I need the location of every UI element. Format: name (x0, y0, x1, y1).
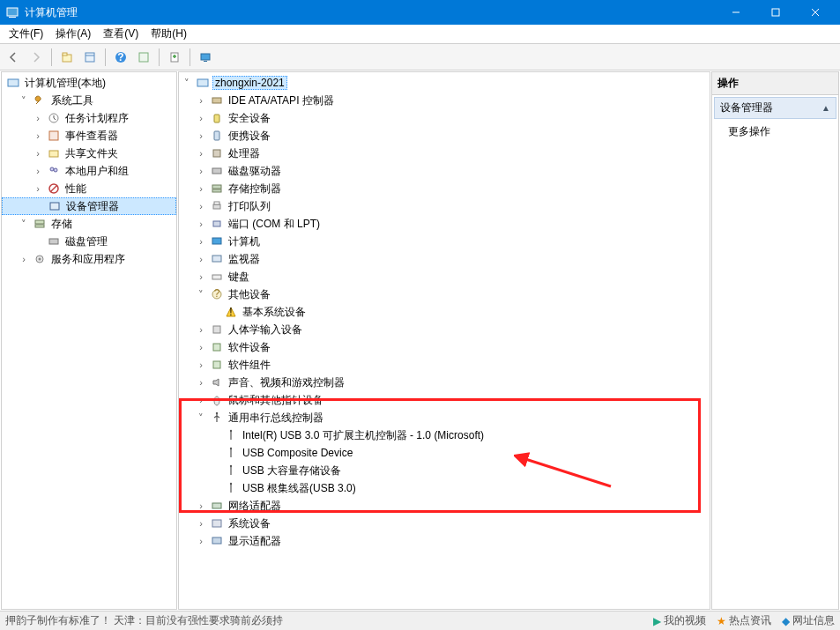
expand-icon[interactable]: › (195, 254, 207, 264)
menu-view[interactable]: 查看(V) (98, 25, 144, 43)
toolbar-forward[interactable] (26, 48, 46, 67)
expand-icon[interactable]: › (195, 500, 207, 511)
expand-icon[interactable]: › (32, 130, 44, 141)
left-tree-pane: 计算机管理(本地) ˅系统工具 ›任务计划程序 ›事件查看器 ›共享文件夹 ›本… (1, 71, 177, 610)
expand-icon[interactable]: › (195, 342, 207, 352)
menu-help[interactable]: 帮助(H) (145, 25, 192, 43)
expand-icon[interactable]: › (195, 518, 207, 529)
svg-point-52 (214, 397, 219, 405)
device-security[interactable]: ›安全设备 (179, 109, 710, 127)
expand-icon[interactable]: › (32, 183, 44, 194)
device-ports[interactable]: ›端口 (COM 和 LPT) (179, 215, 710, 233)
tree-root-computer-management[interactable]: 计算机管理(本地) (2, 74, 176, 92)
expand-icon[interactable]: › (195, 236, 207, 247)
device-softdev[interactable]: ›软件设备 (179, 338, 710, 356)
collapse-icon[interactable]: ˅ (181, 78, 193, 89)
menu-file[interactable]: 文件(F) (4, 25, 48, 43)
actions-more[interactable]: 更多操作 (712, 121, 838, 143)
toolbar-up[interactable] (57, 48, 77, 67)
menu-action[interactable]: 操作(A) (50, 25, 96, 43)
tree-task-scheduler[interactable]: ›任务计划程序 (2, 109, 176, 127)
collapse-icon[interactable]: ˅ (195, 289, 207, 300)
status-hotspot[interactable]: ★热点资讯 (717, 613, 771, 628)
actions-category[interactable]: 设备管理器 ▲ (714, 97, 836, 119)
expand-icon[interactable]: › (195, 201, 207, 211)
device-usb-composite[interactable]: USB Composite Device (179, 444, 710, 462)
expand-icon[interactable]: › (32, 113, 44, 123)
expand-icon[interactable]: › (195, 113, 207, 123)
device-ide[interactable]: ›IDE ATA/ATAPI 控制器 (179, 92, 710, 109)
info-icon: ◆ (782, 615, 790, 627)
device-cpu[interactable]: ›处理器 (179, 145, 710, 162)
tree-device-manager[interactable]: 设备管理器 (2, 197, 176, 215)
expand-icon[interactable]: › (195, 166, 207, 176)
device-softcomp[interactable]: ›软件组件 (179, 356, 710, 374)
status-video[interactable]: ▶我的视频 (653, 613, 706, 628)
collapse-icon[interactable]: ˅ (18, 95, 30, 107)
expand-icon[interactable]: › (195, 148, 207, 159)
device-diskdrive[interactable]: ›磁盘驱动器 (179, 162, 710, 180)
device-sound[interactable]: ›声音、视频和游戏控制器 (179, 374, 710, 391)
device-storage-controller[interactable]: ›存储控制器 (179, 180, 710, 197)
device-root[interactable]: ˅zhongxin-2021 (179, 74, 710, 92)
expand-icon[interactable]: › (195, 95, 207, 106)
usb-device-icon (224, 428, 238, 442)
device-usb[interactable]: ˅通用串行总线控制器 (179, 409, 710, 426)
device-other[interactable]: ˅?其他设备 (179, 285, 710, 303)
tree-label: 系统设备 (227, 516, 271, 531)
device-mouse[interactable]: ›鼠标和其他指针设备 (179, 391, 710, 409)
collapse-icon[interactable]: ˅ (195, 412, 207, 424)
toolbar-monitor[interactable] (196, 48, 215, 67)
toolbar-refresh[interactable] (134, 48, 153, 67)
expand-icon[interactable]: › (195, 359, 207, 370)
display-adapter-icon (210, 534, 224, 548)
performance-icon (47, 182, 61, 196)
tree-storage[interactable]: ˅存储 (2, 215, 176, 233)
expand-icon[interactable]: › (195, 130, 207, 141)
device-computer[interactable]: ›计算机 (179, 233, 710, 250)
device-hid[interactable]: ›人体学输入设备 (179, 321, 710, 338)
maximize-button[interactable] (755, 0, 795, 25)
device-usb-root-hub[interactable]: USB 根集线器(USB 3.0) (179, 479, 710, 497)
device-portable[interactable]: ›便携设备 (179, 127, 710, 145)
expand-icon[interactable]: › (195, 395, 207, 405)
device-display-adapter[interactable]: ›显示适配器 (179, 532, 710, 550)
device-network[interactable]: ›网络适配器 (179, 497, 710, 515)
device-sysdev[interactable]: ›系统设备 (179, 515, 710, 532)
expand-icon[interactable]: › (195, 324, 207, 335)
chevron-up-icon: ▲ (821, 103, 830, 113)
minimize-button[interactable] (716, 0, 755, 25)
toolbar-help[interactable]: ? (111, 48, 130, 67)
svg-rect-18 (49, 131, 58, 140)
toolbar-back[interactable] (4, 48, 23, 67)
device-basic-system[interactable]: !基本系统设备 (179, 303, 710, 321)
expand-icon[interactable]: › (195, 271, 207, 282)
device-usb-intel[interactable]: Intel(R) USB 3.0 可扩展主机控制器 - 1.0 (Microso… (179, 426, 710, 444)
tree-performance[interactable]: ›性能 (2, 180, 176, 197)
expand-icon[interactable]: › (32, 148, 44, 159)
expand-icon[interactable]: › (195, 219, 207, 229)
window-title: 计算机管理 (25, 5, 716, 20)
expand-icon[interactable]: › (18, 254, 30, 264)
tree-local-users-groups[interactable]: ›本地用户和组 (2, 162, 176, 180)
tree-services-apps[interactable]: ›服务和应用程序 (2, 250, 176, 268)
toolbar-props[interactable] (80, 48, 100, 67)
tree-event-viewer[interactable]: ›事件查看器 (2, 127, 176, 145)
tree-shared-folders[interactable]: ›共享文件夹 (2, 145, 176, 162)
tree-disk-management[interactable]: 磁盘管理 (2, 233, 176, 250)
status-url-info[interactable]: ◆网址信息 (782, 613, 835, 628)
tree-system-tools[interactable]: ˅系统工具 (2, 92, 176, 109)
device-monitor[interactable]: ›监视器 (179, 250, 710, 268)
security-icon (210, 111, 224, 125)
toolbar-export[interactable] (165, 48, 184, 67)
expand-icon[interactable]: › (195, 377, 207, 388)
device-print-queue[interactable]: ›打印队列 (179, 197, 710, 215)
collapse-icon[interactable]: ˅ (18, 219, 30, 230)
expand-icon[interactable]: › (195, 183, 207, 194)
expand-icon[interactable]: › (195, 536, 207, 546)
close-button[interactable] (795, 0, 835, 25)
device-keyboard[interactable]: ›键盘 (179, 268, 710, 285)
expand-icon[interactable]: › (32, 166, 44, 176)
actions-header: 操作 (712, 72, 838, 95)
device-usb-mass-storage[interactable]: USB 大容量存储设备 (179, 462, 710, 479)
